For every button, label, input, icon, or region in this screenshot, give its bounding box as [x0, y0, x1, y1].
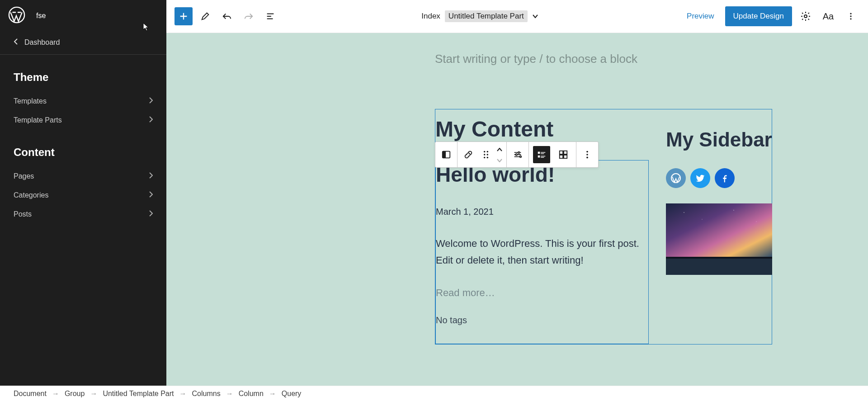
site-name: fse	[36, 12, 46, 20]
breadcrumb-item[interactable]: Query	[282, 390, 302, 398]
facebook-social-icon[interactable]	[715, 168, 735, 188]
sidebar-item-categories[interactable]: Categories	[0, 186, 166, 205]
sidebar-item-label: Templates	[14, 97, 47, 105]
chevron-down-icon	[532, 12, 538, 21]
sidebar-heading[interactable]: My Sidebar	[666, 127, 772, 152]
sidebar-item-pages[interactable]: Pages	[0, 167, 166, 186]
breadcrumb-item[interactable]: Column	[239, 390, 264, 398]
svg-point-23	[520, 156, 522, 158]
svg-rect-7	[666, 258, 772, 275]
block-toolbar	[435, 142, 599, 168]
svg-point-19	[484, 157, 486, 159]
svg-point-20	[487, 157, 489, 159]
chevron-right-icon	[149, 172, 153, 180]
svg-point-12	[756, 221, 756, 222]
svg-point-21	[518, 152, 520, 154]
editor-toolbar: Index Untitled Template Part Preview Upd…	[166, 0, 868, 33]
block-more-options-button[interactable]	[576, 142, 598, 167]
svg-rect-26	[541, 153, 544, 154]
chevron-right-icon	[149, 191, 153, 199]
display-settings-button[interactable]	[507, 142, 528, 167]
section-title-theme: Theme	[0, 55, 166, 92]
svg-rect-24	[538, 152, 540, 154]
post-excerpt[interactable]: Welcome to WordPress. This is your first…	[436, 217, 648, 269]
svg-point-1	[804, 15, 807, 18]
more-options-button[interactable]	[842, 7, 860, 25]
breadcrumb-item[interactable]: Untitled Template Part	[103, 390, 174, 398]
undo-button[interactable]	[218, 7, 236, 25]
svg-point-34	[586, 151, 588, 153]
svg-point-18	[487, 154, 489, 156]
svg-rect-27	[538, 156, 540, 158]
mouse-cursor-icon	[143, 23, 149, 33]
template-part-chip: Untitled Template Part	[445, 10, 528, 22]
post-tags: No tags	[436, 299, 648, 326]
editor-canvas[interactable]: Start writing or type / to choose a bloc…	[166, 33, 868, 386]
wordpress-social-icon[interactable]	[666, 168, 686, 188]
svg-rect-28	[541, 156, 545, 156]
navigation-sidebar: fse Dashboard Theme Templates Template P…	[0, 0, 166, 386]
redo-button[interactable]	[240, 7, 258, 25]
sidebar-item-label: Template Parts	[14, 116, 62, 124]
chevron-right-icon	[149, 210, 153, 218]
social-links	[666, 168, 772, 188]
query-source-button[interactable]	[458, 142, 479, 167]
styles-button[interactable]: Aa	[819, 7, 837, 25]
svg-point-11	[733, 210, 734, 210]
sidebar-column[interactable]: My Sidebar	[666, 127, 772, 275]
sidebar-image[interactable]	[666, 203, 772, 275]
grid-view-button[interactable]	[552, 142, 574, 167]
document-outline-button[interactable]	[261, 7, 279, 25]
move-down-button[interactable]	[497, 156, 502, 164]
svg-rect-29	[541, 157, 544, 158]
svg-point-16	[487, 151, 489, 153]
svg-point-3	[850, 15, 851, 17]
back-to-dashboard[interactable]: Dashboard	[0, 32, 166, 55]
chevron-right-icon	[149, 116, 153, 124]
svg-point-15	[484, 151, 486, 153]
block-placeholder[interactable]: Start writing or type / to choose a bloc…	[166, 33, 868, 66]
svg-point-17	[484, 154, 486, 156]
add-block-button[interactable]	[175, 7, 193, 25]
sidebar-item-label: Posts	[14, 210, 32, 218]
svg-rect-30	[560, 151, 563, 154]
settings-button[interactable]	[797, 7, 815, 25]
block-breadcrumb: Document→ Group→ Untitled Template Part→…	[0, 386, 868, 401]
edit-button[interactable]	[196, 7, 214, 25]
svg-point-9	[684, 212, 684, 213]
svg-rect-33	[564, 155, 567, 158]
sidebar-item-label: Pages	[14, 172, 34, 180]
svg-point-2	[850, 13, 851, 14]
breadcrumb-item[interactable]: Document	[14, 390, 47, 398]
sidebar-item-templates[interactable]: Templates	[0, 92, 166, 111]
svg-rect-8	[666, 257, 772, 259]
move-up-button[interactable]	[497, 145, 502, 153]
preview-button[interactable]: Preview	[680, 7, 720, 25]
sidebar-item-label: Categories	[14, 191, 48, 199]
query-post-block[interactable]: Hello world! March 1, 2021 Welcome to Wo…	[435, 160, 649, 344]
chevron-left-icon	[14, 38, 18, 47]
document-title-area[interactable]: Index Untitled Template Part	[279, 10, 680, 22]
svg-rect-32	[560, 155, 563, 158]
back-label: Dashboard	[24, 38, 60, 47]
sidebar-header: fse	[0, 0, 166, 32]
breadcrumb-item[interactable]: Group	[65, 390, 85, 398]
chevron-right-icon	[149, 97, 153, 105]
update-design-button[interactable]: Update Design	[725, 6, 792, 26]
wordpress-logo-icon[interactable]	[8, 6, 25, 25]
drag-handle[interactable]	[479, 142, 493, 167]
post-date[interactable]: March 1, 2021	[436, 187, 648, 217]
svg-point-10	[702, 219, 702, 219]
read-more-link[interactable]: Read more…	[436, 269, 648, 299]
sidebar-item-posts[interactable]: Posts	[0, 205, 166, 224]
section-title-content: Content	[0, 130, 166, 167]
svg-point-4	[850, 18, 851, 19]
svg-point-35	[586, 154, 588, 156]
svg-rect-14	[443, 151, 446, 158]
breadcrumb-item[interactable]: Columns	[192, 390, 221, 398]
sidebar-item-template-parts[interactable]: Template Parts	[0, 111, 166, 130]
svg-rect-31	[564, 151, 567, 154]
list-view-button[interactable]	[533, 146, 550, 163]
block-type-button[interactable]	[435, 142, 457, 167]
twitter-social-icon[interactable]	[690, 168, 710, 188]
